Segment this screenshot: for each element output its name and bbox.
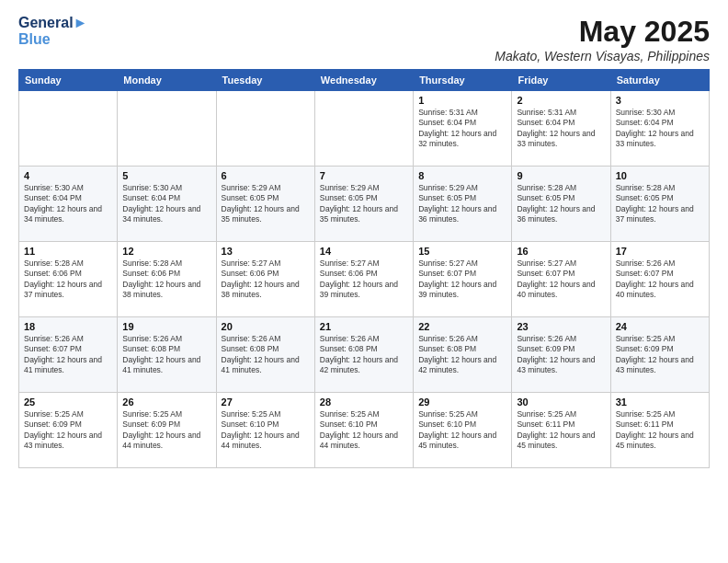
day-cell <box>216 91 314 167</box>
day-info: Sunrise: 5:31 AM Sunset: 6:04 PM Dayligh… <box>418 108 506 150</box>
col-monday: Monday <box>118 70 216 91</box>
day-cell: 3 Sunrise: 5:30 AM Sunset: 6:04 PM Dayli… <box>610 91 709 167</box>
day-number: 31 <box>616 396 704 408</box>
day-number: 13 <box>222 246 310 257</box>
day-cell: 31 Sunrise: 5:25 AM Sunset: 6:11 PM Dayl… <box>610 393 709 468</box>
day-cell: 2 Sunrise: 5:31 AM Sunset: 6:04 PM Dayli… <box>512 91 610 167</box>
day-number: 20 <box>222 321 310 332</box>
day-info: Sunrise: 5:25 AM Sunset: 6:10 PM Dayligh… <box>222 409 310 452</box>
day-info: Sunrise: 5:29 AM Sunset: 6:05 PM Dayligh… <box>222 183 310 225</box>
day-number: 7 <box>320 170 408 181</box>
day-info: Sunrise: 5:26 AM Sunset: 6:07 PM Dayligh… <box>616 259 704 301</box>
col-sunday: Sunday <box>19 70 118 91</box>
day-number: 4 <box>24 170 112 181</box>
day-info: Sunrise: 5:26 AM Sunset: 6:08 PM Dayligh… <box>222 334 310 376</box>
day-number: 25 <box>24 396 112 408</box>
day-info: Sunrise: 5:30 AM Sunset: 6:04 PM Dayligh… <box>24 183 112 225</box>
day-info: Sunrise: 5:25 AM Sunset: 6:11 PM Dayligh… <box>616 409 704 452</box>
day-number: 23 <box>517 321 605 332</box>
day-info: Sunrise: 5:30 AM Sunset: 6:04 PM Dayligh… <box>122 183 210 225</box>
day-info: Sunrise: 5:25 AM Sunset: 6:09 PM Dayligh… <box>24 409 112 452</box>
week-row-5: 25 Sunrise: 5:25 AM Sunset: 6:09 PM Dayl… <box>19 393 710 468</box>
day-number: 16 <box>517 246 605 257</box>
day-info: Sunrise: 5:27 AM Sunset: 6:07 PM Dayligh… <box>418 259 506 301</box>
col-tuesday: Tuesday <box>216 70 314 91</box>
day-info: Sunrise: 5:29 AM Sunset: 6:05 PM Dayligh… <box>320 183 408 225</box>
day-cell: 13 Sunrise: 5:27 AM Sunset: 6:06 PM Dayl… <box>216 242 314 317</box>
day-cell <box>314 91 413 167</box>
day-cell: 15 Sunrise: 5:27 AM Sunset: 6:07 PM Dayl… <box>414 242 512 317</box>
day-number: 17 <box>616 246 704 257</box>
week-row-3: 11 Sunrise: 5:28 AM Sunset: 6:06 PM Dayl… <box>19 242 710 317</box>
week-row-1: 1 Sunrise: 5:31 AM Sunset: 6:04 PM Dayli… <box>19 91 710 167</box>
day-cell: 9 Sunrise: 5:28 AM Sunset: 6:05 PM Dayli… <box>512 167 610 242</box>
day-info: Sunrise: 5:28 AM Sunset: 6:06 PM Dayligh… <box>24 259 112 301</box>
day-number: 28 <box>320 396 408 408</box>
day-cell: 16 Sunrise: 5:27 AM Sunset: 6:07 PM Dayl… <box>512 242 610 317</box>
header: General► Blue May 2025 Makato, Western V… <box>18 15 710 63</box>
day-cell: 11 Sunrise: 5:28 AM Sunset: 6:06 PM Dayl… <box>19 242 118 317</box>
day-info: Sunrise: 5:28 AM Sunset: 6:05 PM Dayligh… <box>517 183 605 225</box>
day-cell: 4 Sunrise: 5:30 AM Sunset: 6:04 PM Dayli… <box>19 167 118 242</box>
day-number: 15 <box>418 246 506 257</box>
day-number: 1 <box>418 95 506 106</box>
day-cell: 20 Sunrise: 5:26 AM Sunset: 6:08 PM Dayl… <box>216 317 314 393</box>
day-number: 12 <box>122 246 210 257</box>
day-info: Sunrise: 5:30 AM Sunset: 6:04 PM Dayligh… <box>616 108 704 150</box>
col-friday: Friday <box>512 70 610 91</box>
day-number: 29 <box>418 396 506 408</box>
day-cell: 25 Sunrise: 5:25 AM Sunset: 6:09 PM Dayl… <box>19 393 118 468</box>
day-number: 22 <box>418 321 506 332</box>
col-thursday: Thursday <box>414 70 512 91</box>
day-info: Sunrise: 5:29 AM Sunset: 6:05 PM Dayligh… <box>418 183 506 225</box>
day-cell: 21 Sunrise: 5:26 AM Sunset: 6:08 PM Dayl… <box>314 317 413 393</box>
day-cell: 23 Sunrise: 5:26 AM Sunset: 6:09 PM Dayl… <box>512 317 610 393</box>
day-cell: 1 Sunrise: 5:31 AM Sunset: 6:04 PM Dayli… <box>414 91 512 167</box>
day-cell: 29 Sunrise: 5:25 AM Sunset: 6:10 PM Dayl… <box>414 393 512 468</box>
day-number: 26 <box>122 396 210 408</box>
day-cell: 17 Sunrise: 5:26 AM Sunset: 6:07 PM Dayl… <box>610 242 709 317</box>
day-number: 8 <box>418 170 506 181</box>
day-info: Sunrise: 5:26 AM Sunset: 6:08 PM Dayligh… <box>320 334 408 376</box>
day-cell: 8 Sunrise: 5:29 AM Sunset: 6:05 PM Dayli… <box>414 167 512 242</box>
day-cell: 22 Sunrise: 5:26 AM Sunset: 6:08 PM Dayl… <box>414 317 512 393</box>
day-number: 24 <box>616 321 704 332</box>
week-row-2: 4 Sunrise: 5:30 AM Sunset: 6:04 PM Dayli… <box>19 167 710 242</box>
col-saturday: Saturday <box>610 70 709 91</box>
day-number: 21 <box>320 321 408 332</box>
day-info: Sunrise: 5:26 AM Sunset: 6:08 PM Dayligh… <box>418 334 506 376</box>
page: General► Blue May 2025 Makato, Western V… <box>0 0 728 563</box>
calendar: Sunday Monday Tuesday Wednesday Thursday… <box>18 69 710 468</box>
day-number: 11 <box>24 246 112 257</box>
day-info: Sunrise: 5:31 AM Sunset: 6:04 PM Dayligh… <box>517 108 605 150</box>
day-number: 6 <box>222 170 310 181</box>
day-cell: 6 Sunrise: 5:29 AM Sunset: 6:05 PM Dayli… <box>216 167 314 242</box>
day-number: 30 <box>517 396 605 408</box>
day-number: 14 <box>320 246 408 257</box>
day-cell: 24 Sunrise: 5:25 AM Sunset: 6:09 PM Dayl… <box>610 317 709 393</box>
day-number: 3 <box>616 95 704 106</box>
day-cell: 30 Sunrise: 5:25 AM Sunset: 6:11 PM Dayl… <box>512 393 610 468</box>
day-cell: 19 Sunrise: 5:26 AM Sunset: 6:08 PM Dayl… <box>118 317 216 393</box>
day-info: Sunrise: 5:26 AM Sunset: 6:08 PM Dayligh… <box>122 334 210 376</box>
day-info: Sunrise: 5:27 AM Sunset: 6:06 PM Dayligh… <box>222 259 310 301</box>
day-cell: 26 Sunrise: 5:25 AM Sunset: 6:09 PM Dayl… <box>118 393 216 468</box>
day-cell: 7 Sunrise: 5:29 AM Sunset: 6:05 PM Dayli… <box>314 167 413 242</box>
day-info: Sunrise: 5:28 AM Sunset: 6:05 PM Dayligh… <box>616 183 704 225</box>
day-cell: 28 Sunrise: 5:25 AM Sunset: 6:10 PM Dayl… <box>314 393 413 468</box>
day-info: Sunrise: 5:28 AM Sunset: 6:06 PM Dayligh… <box>122 259 210 301</box>
logo: General► Blue <box>18 15 87 47</box>
day-info: Sunrise: 5:27 AM Sunset: 6:07 PM Dayligh… <box>517 259 605 301</box>
day-number: 18 <box>24 321 112 332</box>
month-title: May 2025 <box>495 15 710 49</box>
day-cell: 12 Sunrise: 5:28 AM Sunset: 6:06 PM Dayl… <box>118 242 216 317</box>
header-row: Sunday Monday Tuesday Wednesday Thursday… <box>19 70 710 91</box>
day-info: Sunrise: 5:25 AM Sunset: 6:11 PM Dayligh… <box>517 409 605 452</box>
title-block: May 2025 Makato, Western Visayas, Philip… <box>495 15 710 63</box>
col-wednesday: Wednesday <box>314 70 413 91</box>
day-number: 10 <box>616 170 704 181</box>
location: Makato, Western Visayas, Philippines <box>495 49 710 63</box>
day-number: 9 <box>517 170 605 181</box>
day-number: 2 <box>517 95 605 106</box>
day-number: 19 <box>122 321 210 332</box>
